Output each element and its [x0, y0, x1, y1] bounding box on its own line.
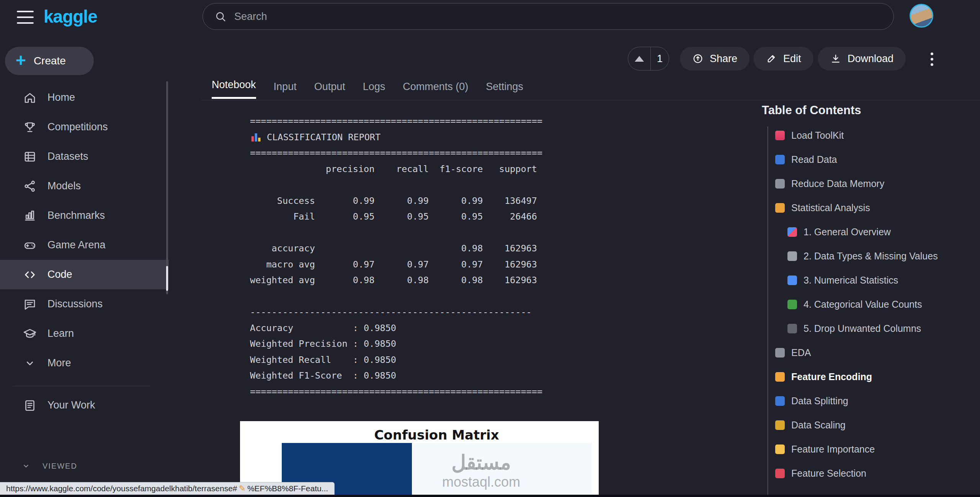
datasets-grid-icon — [23, 150, 37, 164]
star-icon — [775, 445, 785, 454]
toc-item-feature-encoding[interactable]: Feature Encoding — [775, 365, 978, 389]
game-controller-icon — [23, 238, 37, 252]
toc-item-categorical-value-counts[interactable]: 4. Categorical Value Counts — [775, 292, 978, 317]
tab-logs[interactable]: Logs — [363, 81, 385, 99]
viewed-label: VIEWED — [42, 462, 77, 471]
notebook-icon — [787, 251, 797, 261]
pencil-icon — [775, 372, 785, 382]
menu-icon[interactable] — [17, 11, 34, 24]
upvote-arrow-icon[interactable] — [628, 56, 650, 62]
toc-item-general-overview[interactable]: 1. General Overview — [775, 220, 978, 244]
sidebar-item-more[interactable]: More — [0, 348, 169, 378]
watermark-arabic: مستقل — [374, 452, 588, 474]
download-icon — [830, 53, 841, 64]
tab-notebook[interactable]: Notebook — [212, 79, 256, 99]
watermark-domain: mostaql.com — [374, 474, 588, 490]
download-label: Download — [848, 53, 893, 65]
toc-item-label: Load ToolKit — [791, 130, 844, 141]
create-button[interactable]: + Create — [5, 47, 94, 75]
toc-item-eda[interactable]: EDA — [775, 341, 978, 365]
link-preview-tooltip: https://www.kaggle.com/code/youssefamgad… — [0, 482, 335, 495]
toc-item-data-scaling[interactable]: Data Scaling — [775, 413, 978, 437]
notebook-tabs: Notebook Input Output Logs Comments (0) … — [212, 79, 523, 99]
sidebar: + Create Home Competitions Datasets Mode… — [0, 33, 169, 497]
plus-icon: + — [16, 51, 26, 69]
sidebar-item-home[interactable]: Home — [0, 83, 169, 112]
toc-item-label: 5. Drop Unwanted Columns — [804, 323, 921, 334]
code-icon — [23, 268, 37, 282]
toc-item-load-toolkit[interactable]: Load ToolKit — [775, 123, 978, 148]
toc-item-label: Statistical Analysis — [791, 202, 870, 213]
sidebar-item-label: Code — [47, 269, 72, 280]
classification-report-title: CLASSIFICATION REPORT — [250, 130, 542, 146]
table-icon — [775, 203, 785, 213]
toc-item-read-data[interactable]: Read Data — [775, 148, 978, 172]
classification-report-body: ========================================… — [250, 145, 542, 400]
chevron-down-icon — [21, 461, 31, 471]
edit-button[interactable]: Edit — [753, 47, 813, 71]
chevron-down-icon — [23, 356, 37, 370]
sidebar-item-label: Learn — [47, 328, 74, 340]
toc-item-data-types-missing-values[interactable]: 2. Data Types & Missing Values — [775, 244, 978, 268]
document-icon — [23, 399, 37, 412]
toc-item-feature-importance[interactable]: Feature Importance — [775, 437, 978, 461]
memory-icon — [775, 179, 785, 189]
link-url-suffix: %EF%B8%8F-Featu... — [247, 484, 328, 493]
discussions-icon — [23, 297, 37, 311]
tab-comments[interactable]: Comments (0) — [403, 81, 468, 99]
toc-item-label: 4. Categorical Value Counts — [804, 299, 922, 310]
toc-item-numerical-statistics[interactable]: 3. Numerical Statistics — [775, 268, 978, 292]
tab-output[interactable]: Output — [314, 81, 345, 99]
sidebar-item-label: Your Work — [47, 399, 95, 411]
toc-item-label: Data Splitting — [791, 395, 848, 407]
sidebar-scrollbar-track[interactable] — [166, 81, 168, 294]
sidebar-item-label: Benchmarks — [47, 210, 105, 221]
sidebar-item-benchmarks[interactable]: Benchmarks — [0, 201, 169, 230]
upvote-button[interactable]: 1 — [628, 47, 669, 71]
tab-settings[interactable]: Settings — [486, 81, 523, 99]
search-icon — [214, 10, 227, 23]
toc-item-reduce-data-memory[interactable]: Reduce Data Memory — [775, 172, 978, 196]
sidebar-item-discussions[interactable]: Discussions — [0, 289, 169, 319]
toc-item-label: 3. Numerical Statistics — [804, 275, 898, 286]
search-bar[interactable] — [203, 3, 894, 30]
toc-item-drop-unwanted-columns[interactable]: 5. Drop Unwanted Columns — [775, 317, 978, 341]
toc-item-statistical-analysis[interactable]: Statistical Analysis — [775, 196, 978, 220]
avatar[interactable] — [910, 4, 933, 28]
sidebar-item-datasets[interactable]: Datasets — [0, 142, 169, 171]
vote-count[interactable]: 1 — [651, 53, 669, 65]
toc-item-data-splitting[interactable]: Data Splitting — [775, 389, 978, 413]
sidebar-scrollbar-thumb[interactable] — [166, 266, 168, 291]
toc-item-label: Feature Selection — [791, 468, 866, 479]
sidebar-item-label: Home — [47, 92, 75, 103]
bar-chart-icon — [23, 209, 37, 223]
toc-item-label: EDA — [791, 347, 811, 358]
sidebar-item-competitions[interactable]: Competitions — [0, 112, 169, 142]
more-options-icon[interactable] — [922, 49, 942, 69]
book-icon — [775, 155, 785, 164]
sidebar-item-code[interactable]: Code — [0, 260, 169, 289]
asterisk-icon — [787, 300, 797, 309]
share-button[interactable]: Share — [680, 47, 750, 71]
cell-output: ========================================… — [250, 113, 542, 400]
viewed-section-header[interactable]: VIEWED — [0, 458, 169, 474]
sidebar-item-learn[interactable]: Learn — [0, 319, 169, 348]
sidebar-item-game-arena[interactable]: Game Arena — [0, 230, 169, 260]
search-input[interactable] — [234, 11, 893, 23]
sidebar-item-your-work[interactable]: Your Work — [0, 390, 169, 420]
link-url: https://www.kaggle.com/code/youssefamgad… — [6, 484, 237, 493]
bar-chart-icon — [775, 131, 785, 140]
rule-line: ========================================… — [250, 113, 542, 130]
models-icon — [23, 179, 37, 193]
toc-item-feature-selection[interactable]: Feature Selection — [775, 461, 978, 486]
share-icon — [692, 53, 704, 64]
download-button[interactable]: Download — [818, 47, 906, 71]
sidebar-item-models[interactable]: Models — [0, 171, 169, 201]
kaggle-logo[interactable]: kaggle — [44, 6, 97, 27]
tab-input[interactable]: Input — [274, 81, 297, 99]
bar-chart-icon — [787, 227, 797, 237]
toc-scrollbar[interactable] — [767, 126, 768, 495]
shuffle-icon — [775, 396, 785, 406]
scale-icon — [775, 420, 785, 430]
scissors-icon — [775, 469, 785, 478]
